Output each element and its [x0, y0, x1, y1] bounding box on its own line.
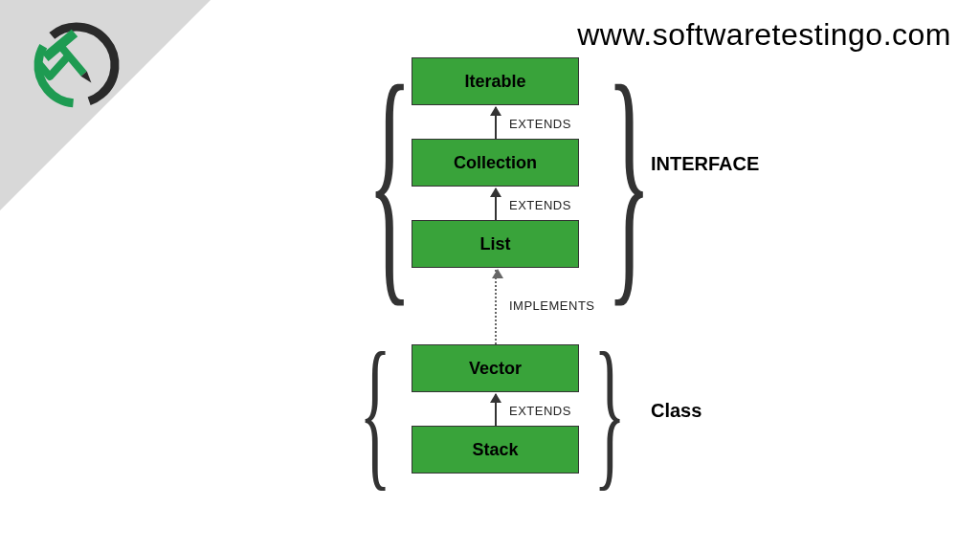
- brace-interface-left: {: [368, 25, 412, 334]
- node-stack: Stack: [412, 426, 579, 474]
- brace-class-left: {: [359, 316, 391, 508]
- hierarchy-diagram: Iterable EXTENDS Collection EXTENDS List…: [287, 57, 861, 536]
- edge-label-extends-1: EXTENDS: [509, 117, 571, 131]
- group-label-interface: INTERFACE: [651, 153, 759, 175]
- edge-label-extends-3: EXTENDS: [509, 404, 571, 418]
- arrow-vector-list: [495, 270, 497, 344]
- group-label-class: Class: [651, 400, 702, 422]
- node-iterable: Iterable: [412, 57, 579, 105]
- node-label: Collection: [454, 153, 537, 173]
- node-label: List: [479, 234, 510, 254]
- node-label: Stack: [472, 440, 518, 460]
- arrow-list-collection: [495, 188, 497, 220]
- node-vector: Vector: [412, 344, 579, 392]
- arrow-collection-iterable: [495, 107, 497, 139]
- arrow-stack-vector: [495, 394, 497, 426]
- brace-interface-right: }: [607, 25, 652, 334]
- node-collection: Collection: [412, 139, 579, 187]
- node-label: Iterable: [464, 72, 525, 92]
- site-logo: [29, 17, 124, 113]
- node-label: Vector: [469, 359, 522, 379]
- edge-label-implements: IMPLEMENTS: [509, 298, 595, 313]
- edge-label-extends-2: EXTENDS: [509, 198, 571, 212]
- brace-class-right: }: [593, 316, 626, 508]
- node-list: List: [412, 220, 579, 268]
